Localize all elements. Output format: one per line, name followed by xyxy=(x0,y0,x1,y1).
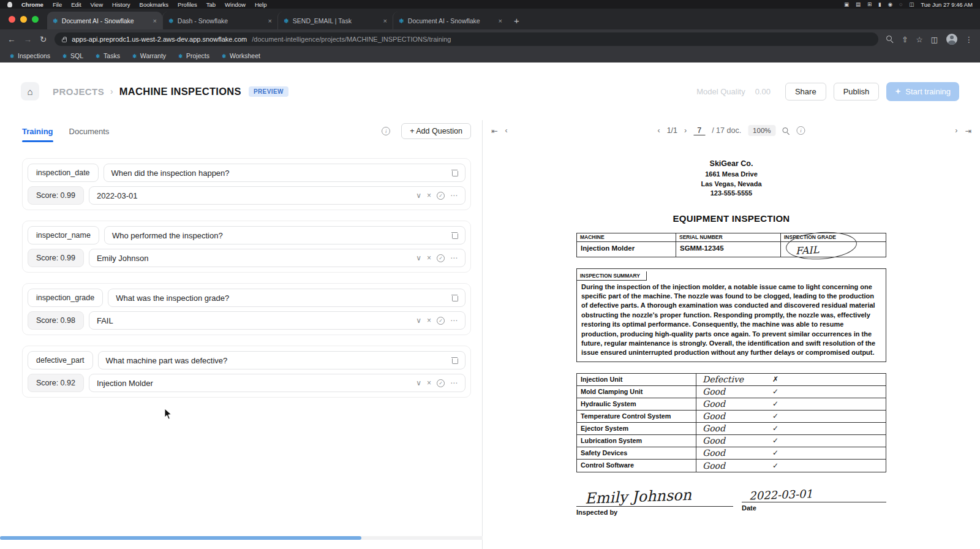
scrollbar-thumb[interactable] xyxy=(0,536,361,540)
apple-menu-icon[interactable] xyxy=(7,2,12,7)
next-doc-icon[interactable]: › xyxy=(955,126,957,135)
breadcrumb[interactable]: PROJECTS xyxy=(53,86,104,97)
back-icon[interactable]: ← xyxy=(7,35,16,44)
browser-tab-document-ai[interactable]: ❄ Document AI - Snowflake × xyxy=(47,12,162,29)
zoom-level[interactable]: 100% xyxy=(748,125,775,136)
ellipsis-icon[interactable]: ⋯ xyxy=(450,254,458,262)
accept-icon[interactable]: ✓ xyxy=(437,254,445,262)
menu-chrome[interactable]: Chrome xyxy=(21,1,43,8)
menu-profiles[interactable]: Profiles xyxy=(178,1,197,8)
wifi-icon[interactable]: ◉ xyxy=(888,1,892,7)
chevron-down-icon[interactable]: ∨ xyxy=(416,254,421,262)
more-menu-icon[interactable]: ⋮ xyxy=(965,35,973,44)
battery-icon[interactable]: ▮ xyxy=(878,1,881,7)
question-input[interactable]: Who performed the inspection? xyxy=(104,226,466,244)
answer-input[interactable]: FAIL ∨ × ✓ ⋯ xyxy=(89,311,466,330)
last-doc-icon[interactable]: ⇥ xyxy=(965,126,971,135)
browser-tab-dash[interactable]: ❄ Dash - Snowflake × xyxy=(162,12,277,29)
zoom-search-icon[interactable] xyxy=(783,127,790,135)
question-input[interactable]: What machine part was defective? xyxy=(98,351,466,369)
control-center-icon[interactable]: ◫ xyxy=(909,1,914,7)
menu-window[interactable]: Window xyxy=(225,1,246,8)
bookmark-worksheet[interactable]: ❄Worksheet xyxy=(222,52,260,59)
horizontal-scrollbar[interactable] xyxy=(0,536,483,540)
bookmark-warranty[interactable]: ❄Warranty xyxy=(132,52,166,59)
chevron-down-icon[interactable]: ∨ xyxy=(416,192,421,199)
bookmark-star-icon[interactable]: ☆ xyxy=(916,35,922,44)
start-training-button[interactable]: Start training xyxy=(886,82,959,101)
first-doc-icon[interactable]: ⇤ xyxy=(491,126,497,135)
trash-icon[interactable] xyxy=(451,294,458,301)
add-question-button[interactable]: + Add Question xyxy=(401,123,471,139)
menu-tab[interactable]: Tab xyxy=(206,1,216,8)
publish-button[interactable]: Publish xyxy=(834,83,880,100)
share-icon[interactable]: ⇧ xyxy=(902,35,908,44)
menu-help[interactable]: Help xyxy=(255,1,267,8)
browser-tab-send-email[interactable]: ❄ SEND_EMAIL | Task × xyxy=(277,12,393,29)
bluetooth-icon[interactable]: ⊞ xyxy=(867,1,872,7)
tab-close-icon[interactable]: × xyxy=(499,17,502,25)
menu-history[interactable]: History xyxy=(112,1,130,8)
fullscreen-window-button[interactable] xyxy=(32,16,39,23)
trash-icon[interactable] xyxy=(451,357,458,364)
address-bar[interactable]: apps-api.preprodc1.us-west-2.aws-dev.app… xyxy=(55,32,878,46)
ellipsis-icon[interactable]: ⋯ xyxy=(450,379,458,387)
share-button[interactable]: Share xyxy=(785,83,826,100)
chevron-down-icon[interactable]: ∨ xyxy=(416,379,421,387)
new-tab-button[interactable]: + xyxy=(514,15,519,26)
tab-close-icon[interactable]: × xyxy=(153,17,157,25)
reject-icon[interactable]: × xyxy=(427,254,431,262)
accept-icon[interactable]: ✓ xyxy=(437,192,445,200)
screen-record-icon[interactable]: ▣ xyxy=(844,1,849,7)
tab-documents[interactable]: Documents xyxy=(69,120,110,142)
profile-avatar[interactable] xyxy=(946,34,957,45)
tab-training[interactable]: Training xyxy=(22,120,53,142)
tab-close-icon[interactable]: × xyxy=(268,17,272,25)
next-page-icon[interactable]: › xyxy=(684,126,687,135)
trash-icon[interactable] xyxy=(451,169,458,176)
bookmark-projects[interactable]: ❄Projects xyxy=(178,52,209,59)
browser-tab-document-ai-2[interactable]: ❄ Document AI - Snowflake × xyxy=(393,12,508,29)
home-button[interactable]: ⌂ xyxy=(21,82,39,100)
menu-edit[interactable]: Edit xyxy=(71,1,81,8)
answer-input[interactable]: Emily Johnson ∨ × ✓ ⋯ xyxy=(89,249,466,267)
field-name-chip[interactable]: inspection_grade xyxy=(28,289,103,307)
field-name-chip[interactable]: defective_part xyxy=(28,351,93,369)
accept-icon[interactable]: ✓ xyxy=(437,317,445,325)
prev-page-icon[interactable]: ‹ xyxy=(657,126,660,135)
bookmark-sql[interactable]: ❄SQL xyxy=(62,52,83,59)
menubar-clock[interactable]: Tue Jun 27 9:46 AM xyxy=(921,1,973,8)
trash-icon[interactable] xyxy=(451,232,458,239)
side-panel-icon[interactable]: ◫ xyxy=(931,35,938,44)
reject-icon[interactable]: × xyxy=(427,192,431,199)
question-input[interactable]: What was the inspection grade? xyxy=(108,289,466,307)
bookmark-inspections[interactable]: ❄Inspections xyxy=(10,52,50,59)
prev-doc-icon[interactable]: ‹ xyxy=(505,126,507,135)
close-window-button[interactable] xyxy=(9,16,15,23)
accept-icon[interactable]: ✓ xyxy=(437,379,445,387)
reload-icon[interactable]: ↻ xyxy=(40,34,47,44)
display-icon[interactable]: ▤ xyxy=(856,1,861,7)
menu-file[interactable]: File xyxy=(53,1,62,8)
bookmark-tasks[interactable]: ❄Tasks xyxy=(96,52,120,59)
forward-icon[interactable]: → xyxy=(24,35,32,44)
answer-input[interactable]: Injection Molder ∨ × ✓ ⋯ xyxy=(89,374,466,392)
viewer-info-icon[interactable]: i xyxy=(797,126,805,135)
answer-input[interactable]: 2022-03-01 ∨ × ✓ ⋯ xyxy=(89,186,466,205)
tab-close-icon[interactable]: × xyxy=(383,17,387,25)
minimize-window-button[interactable] xyxy=(20,16,27,23)
menu-view[interactable]: View xyxy=(91,1,103,8)
ellipsis-icon[interactable]: ⋯ xyxy=(450,192,458,199)
chevron-down-icon[interactable]: ∨ xyxy=(416,317,421,324)
menu-bookmarks[interactable]: Bookmarks xyxy=(140,1,169,8)
ellipsis-icon[interactable]: ⋯ xyxy=(450,317,458,324)
search-icon[interactable] xyxy=(886,36,894,43)
reject-icon[interactable]: × xyxy=(427,317,431,324)
spotlight-icon[interactable]: ◌ xyxy=(899,1,902,7)
field-name-chip[interactable]: inspector_name xyxy=(28,226,99,244)
question-input[interactable]: When did the inspection happen? xyxy=(104,164,466,182)
info-icon[interactable]: i xyxy=(382,127,390,135)
doc-number-input[interactable]: 7 xyxy=(693,126,705,135)
field-name-chip[interactable]: inspection_date xyxy=(28,164,99,182)
reject-icon[interactable]: × xyxy=(427,379,431,387)
